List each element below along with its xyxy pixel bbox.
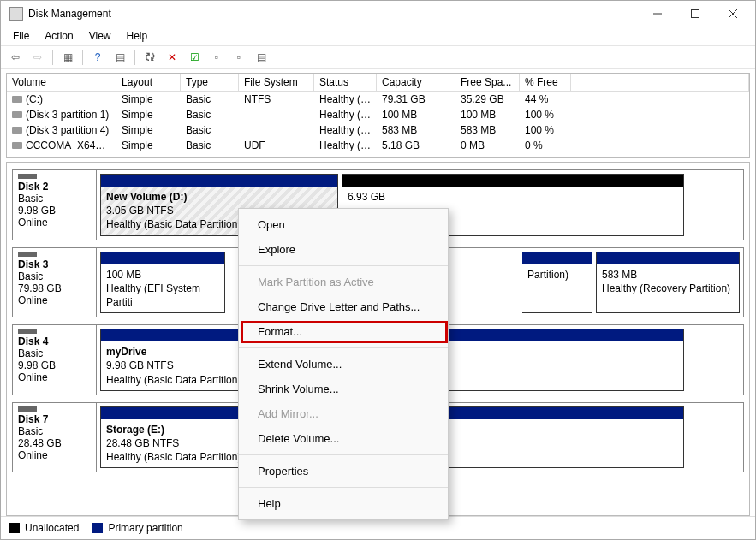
volume-table: Volume Layout Type File System Status Ca… — [6, 73, 750, 158]
back-button[interactable]: ⇦ — [6, 48, 25, 67]
table-row[interactable]: (C:)SimpleBasicNTFSHealthy (B...79.31 GB… — [7, 92, 749, 107]
disk-icon — [18, 252, 37, 257]
volume-table-header: Volume Layout Type File System Status Ca… — [7, 74, 749, 92]
context-help[interactable]: Help — [239, 491, 448, 516]
window-title: Disk Management — [28, 8, 639, 20]
list-icon[interactable]: ▤ — [252, 48, 271, 67]
maximize-button[interactable] — [676, 2, 714, 26]
col-spacer — [571, 74, 749, 92]
help-icon[interactable]: ? — [88, 48, 107, 67]
col-filesystem[interactable]: File System — [239, 74, 314, 92]
table-row[interactable]: (Disk 3 partition 4)SimpleBasicHealthy (… — [7, 122, 749, 138]
legend-primary: Primary partition — [92, 522, 182, 534]
add-icon[interactable]: ▫ — [207, 48, 226, 67]
context-change-letter[interactable]: Change Drive Letter and Paths... — [239, 294, 448, 319]
toolbar-list-icon[interactable]: ▤ — [110, 48, 129, 67]
forward-button[interactable]: ⇨ — [28, 48, 47, 67]
partition[interactable]: 100 MBHealthy (EFI System Partiti — [100, 252, 225, 314]
context-mark-active: Mark Partition as Active — [239, 270, 448, 294]
disk-info[interactable]: Disk 3Basic79.98 GBOnline — [13, 248, 97, 317]
disk-info[interactable]: Disk 4Basic9.98 GBOnline — [13, 325, 97, 395]
context-open[interactable]: Open — [239, 212, 448, 237]
refresh-icon[interactable]: 🗘 — [140, 48, 159, 67]
disk-info[interactable]: Disk 2Basic9.98 GBOnline — [13, 170, 97, 240]
context-extend-volume[interactable]: Extend Volume... — [239, 352, 448, 377]
context-shrink-volume[interactable]: Shrink Volume... — [239, 377, 448, 401]
context-format[interactable]: Format... — [239, 319, 448, 344]
table-row[interactable]: CCCOMA_X64FRE...SimpleBasicUDFHealthy (P… — [7, 138, 749, 153]
col-percent[interactable]: % Free — [520, 74, 571, 92]
menu-action[interactable]: Action — [38, 28, 80, 44]
col-type[interactable]: Type — [181, 74, 239, 92]
attach-icon[interactable]: ▫ — [229, 48, 248, 67]
menu-bar: File Action View Help — [1, 27, 755, 45]
menu-view[interactable]: View — [82, 28, 118, 44]
disk-icon — [18, 406, 37, 412]
context-explore[interactable]: Explore — [239, 237, 448, 262]
partition[interactable]: Partition) — [522, 252, 592, 314]
check-icon[interactable]: ☑ — [185, 48, 204, 67]
disk-icon — [18, 329, 37, 334]
context-menu: Open Explore Mark Partition as Active Ch… — [238, 208, 449, 520]
col-volume[interactable]: Volume — [7, 74, 116, 92]
table-row[interactable]: (Disk 3 partition 1)SimpleBasicHealthy (… — [7, 107, 749, 122]
close-button[interactable] — [714, 2, 752, 26]
col-free[interactable]: Free Spa... — [455, 74, 520, 92]
delete-icon[interactable]: ✕ — [163, 48, 182, 67]
partition[interactable]: 583 MBHealthy (Recovery Partition) — [596, 252, 740, 314]
volume-table-body[interactable]: (C:)SimpleBasicNTFSHealthy (B...79.31 GB… — [7, 92, 749, 157]
disk-info[interactable]: Disk 7Basic28.48 GBOnline — [13, 403, 97, 472]
legend-unallocated: Unallocated — [9, 522, 79, 534]
context-properties[interactable]: Properties — [239, 459, 448, 484]
context-delete-volume[interactable]: Delete Volume... — [239, 426, 448, 451]
minimize-button[interactable] — [639, 2, 676, 26]
menu-help[interactable]: Help — [120, 28, 155, 44]
svg-rect-0 — [692, 10, 699, 18]
title-bar: Disk Management — [1, 1, 755, 27]
context-add-mirror: Add Mirror... — [239, 401, 448, 426]
toolbar-view-icon[interactable]: ▦ — [58, 48, 77, 67]
col-layout[interactable]: Layout — [116, 74, 181, 92]
table-row[interactable]: myDriveSimpleBasicNTFSHealthy (B...9.98 … — [7, 153, 749, 157]
app-icon — [9, 7, 23, 21]
toolbar: ⇦ ⇨ ▦ ? ▤ 🗘 ✕ ☑ ▫ ▫ ▤ — [1, 45, 755, 69]
col-capacity[interactable]: Capacity — [377, 74, 455, 92]
menu-file[interactable]: File — [6, 28, 36, 44]
col-status[interactable]: Status — [314, 74, 377, 92]
disk-icon — [18, 174, 37, 179]
